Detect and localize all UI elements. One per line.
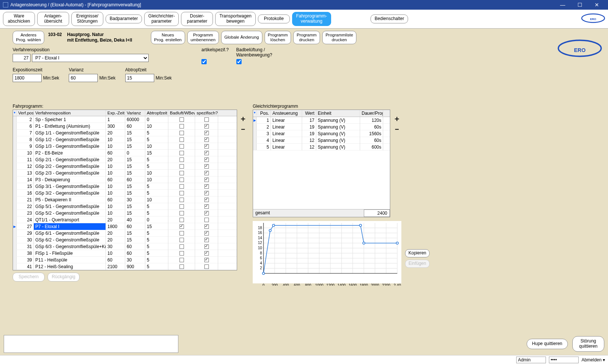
app-logo-large: ERO — [557, 38, 602, 59]
table-row[interactable]: 4Linear12Spannung (V)60s — [253, 137, 390, 144]
aeration-checkbox[interactable] — [236, 59, 242, 64]
window-maximize-button[interactable]: ☐ — [572, 0, 588, 10]
table-row[interactable]: ▶1Linear17Spannung (V)120s — [253, 117, 390, 124]
select-other-program-button[interactable]: Anderes Prog. wählen — [13, 31, 44, 44]
table-row[interactable]: 5Linear12Spannung (V)600s — [253, 144, 390, 150]
table-row[interactable]: 11GSp 2/1 - Gegenstromfließspüle20155 — [13, 156, 237, 163]
toolbar-button-5[interactable]: Dosier- parameter — [181, 12, 213, 26]
total-value: 2400 — [364, 209, 390, 217]
toolbar-button-9[interactable]: Bedienschalter — [371, 14, 408, 23]
toolbar-button-6[interactable]: Transportwagen bewegen — [215, 12, 255, 26]
table-row[interactable]: 30GSp 6/2 - Gegenstromfließspüle20155 — [13, 237, 237, 243]
table-row[interactable]: 21P5 - Dekapieren II603010 — [13, 196, 237, 203]
subbar-button-3[interactable]: Programm löschen — [265, 31, 291, 44]
add-row-button[interactable]: ＋ — [239, 115, 247, 122]
toolbar-button-8[interactable]: Fahrprogramm- verwaltung — [292, 12, 331, 26]
table-row[interactable]: 31GSp 6/3 - Gegenstromfließspüle+Krage30… — [13, 243, 237, 250]
paste-button[interactable]: Einfügen — [405, 260, 430, 268]
table-row[interactable]: 16GSp 3/2 - Gegenstromfließspüle10155 — [13, 190, 237, 196]
table-row[interactable]: 24QT1/1 - Quertransport20400 — [13, 217, 237, 223]
table-row[interactable]: 10P2 - E6-Beize60015 — [13, 150, 237, 156]
window-close-button[interactable]: ✕ — [589, 0, 605, 10]
table-row[interactable]: 23GSp 5/2 - Gegenstromfließspüle10155 — [13, 210, 237, 217]
svg-point-29 — [269, 229, 271, 231]
rectifier-program-heading: Gleichrichterprogramm — [253, 104, 430, 109]
app-icon — [3, 2, 8, 7]
undo-button[interactable]: Rückgängig — [48, 273, 80, 282]
article-specific-label: artikelspezif.? — [201, 47, 229, 58]
table-row[interactable]: 6P1 - Entfettung (Aluminium)3006010 — [13, 123, 237, 130]
table-row[interactable]: 38FlSp 1 - Fließspüle10605 — [13, 250, 237, 257]
subbar-button-5[interactable]: Programmliste drucken — [322, 31, 356, 44]
table-row[interactable]: 15GSp 3/1 - Gegenstromfließspüle10155 — [13, 183, 237, 190]
main-toolbar: Ware abschickenAnlagen- übersichtEreigni… — [0, 10, 608, 29]
program-subbar: Anderes Prog. wählen 103-02 Hauptprog. N… — [0, 29, 608, 46]
toolbar-button-0[interactable]: Ware abschicken — [3, 12, 35, 26]
svg-point-32 — [363, 242, 365, 244]
exposure-time-label: Expositionszeit — [13, 67, 59, 72]
subbar-button-0[interactable]: Neues Prog. erstellen — [151, 31, 185, 44]
svg-point-28 — [262, 272, 265, 274]
driving-program-heading: Fahrprogramm: — [13, 104, 247, 109]
copy-button[interactable]: Kopieren — [405, 249, 430, 257]
article-specific-checkbox[interactable] — [201, 59, 207, 64]
process-position-select[interactable]: P7 - Eloxal I — [32, 54, 149, 62]
driving-program-grid[interactable]: ▾ Verf.pos. Verfahrensposition Exp.-Zeit… — [13, 110, 237, 270]
total-label: gesamt — [253, 209, 285, 217]
process-position-label: Verfahrensposition — [13, 47, 172, 52]
toolbar-button-2[interactable]: Ereignisse/ Störungen — [71, 12, 103, 26]
program-code: 103-02 — [48, 32, 62, 37]
remove-rectifier-row-button[interactable]: － — [393, 125, 401, 133]
window-titlebar: Anlagensteuerung / (Eloxal-Automat) - [F… — [0, 0, 608, 10]
program-desc: mit Entfettung, Beize, Deka I+II — [67, 38, 132, 43]
window-minimize-button[interactable]: — — [554, 0, 571, 10]
table-row[interactable]: 7GSp 1/1 - Gegenstromfließspüle20155 — [13, 130, 237, 136]
svg-text:ERO: ERO — [590, 17, 596, 21]
table-row[interactable]: 39P11 - Heißspüle60305 — [13, 257, 237, 263]
toolbar-button-3[interactable]: Badparameter — [106, 14, 142, 23]
table-row[interactable]: 14P3 - Dekapierung606010 — [13, 176, 237, 183]
drip-time-input[interactable] — [125, 74, 154, 82]
variance-input[interactable] — [69, 74, 98, 82]
save-button[interactable]: Speichern — [13, 273, 45, 282]
drip-time-label: Abtropfzeit — [125, 67, 172, 72]
window-title: Anlagensteuerung / (Eloxal-Automat) - [F… — [10, 2, 554, 7]
toolbar-button-1[interactable]: Anlagen- übersicht — [37, 12, 69, 26]
exposure-time-input[interactable] — [13, 74, 42, 82]
aeration-label: Badbelüftung / Warenbewegung? — [236, 47, 272, 58]
table-row[interactable]: 9GSp 1/3 - Gegenstromfließspüle101510 — [13, 143, 237, 150]
toolbar-button-7[interactable]: Protokolle — [258, 14, 290, 23]
process-position-number[interactable] — [13, 54, 30, 62]
svg-point-33 — [396, 242, 398, 244]
rectifier-program-grid[interactable]: ▾ Pos. Ansteuerung Wert Einheit Dauer/Pr… — [253, 110, 390, 217]
subbar-button-4[interactable]: Programm drucken — [293, 31, 320, 44]
table-row[interactable]: 2Linear19Spannung (V)60s — [253, 124, 390, 130]
table-row[interactable]: 2Sp - Speicher 11600000 — [13, 116, 237, 123]
table-row[interactable]: 13GSp 2/3 - Gegenstromfließspüle101510 — [13, 170, 237, 176]
toolbar-button-4[interactable]: Gleichrichter- parameter — [144, 12, 179, 26]
table-row[interactable]: 41P12 - Heiß-Sealing21009005 — [13, 263, 237, 270]
table-row[interactable]: 12GSp 2/2 - Gegenstromfließspüle10155 — [13, 163, 237, 170]
variance-label: Varianz — [69, 67, 115, 72]
remove-row-button[interactable]: － — [239, 125, 247, 133]
table-row[interactable]: 22GSp 5/1 - Gegenstromfließspüle10155 — [13, 203, 237, 210]
svg-text:ERO: ERO — [574, 47, 585, 53]
table-row[interactable]: ▶27P7 - Eloxal I18006015 — [13, 223, 237, 230]
program-name: Hauptprog. Natur — [67, 32, 132, 37]
table-row[interactable]: 29GSp 6/1 - Gegenstromfließspüle20155 — [13, 230, 237, 237]
table-row[interactable]: 3Linear19Spannung (V)1560s — [253, 130, 390, 137]
subbar-button-1[interactable]: Programm umbenennen — [187, 31, 219, 44]
parameter-panel: Verfahrensposition P7 - Eloxal I Exposit… — [0, 46, 608, 84]
voltage-time-chart: 2468101214161802004006008001000120014001… — [253, 221, 401, 283]
app-logo-small: ERO — [581, 13, 605, 24]
table-row[interactable]: 8GSp 1/2 - Gegenstromfließspüle10155 — [13, 136, 237, 143]
add-rectifier-row-button[interactable]: ＋ — [393, 115, 401, 122]
subbar-button-2[interactable]: Globale Änderung — [221, 31, 262, 44]
svg-point-31 — [359, 224, 362, 227]
svg-point-30 — [272, 224, 275, 227]
